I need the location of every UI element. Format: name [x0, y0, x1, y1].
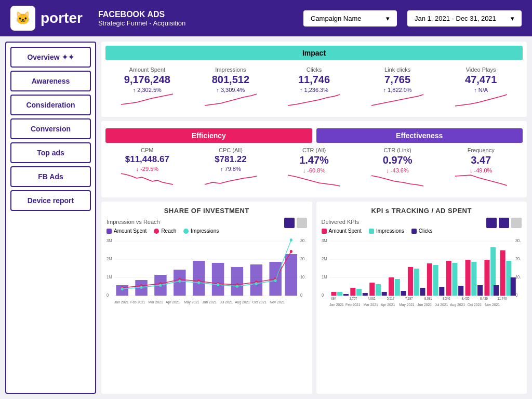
svg-text:Jun 2021: Jun 2021: [202, 299, 217, 304]
svg-text:8,081: 8,081: [424, 296, 432, 300]
chart-ctrl-r3[interactable]: [511, 218, 522, 228]
metric-cpm: CPM $11,448.67 ↓ -29.5%: [105, 145, 189, 191]
svg-rect-84: [343, 294, 348, 296]
chart-left-subtitle: Impression vs Reach: [107, 219, 160, 225]
sidebar-item-fb-ads[interactable]: FB Ads: [10, 166, 91, 187]
sidebar-item-awareness[interactable]: Awareness: [10, 71, 91, 91]
metric-link-clicks: Link clicks 7,765 ↑ 1,822.0%: [356, 64, 440, 111]
sidebar-item-top-ads[interactable]: Top ads: [10, 142, 91, 163]
chart-right-legend: Amount Spent Impressions Clicks: [322, 228, 522, 234]
svg-rect-17: [212, 263, 224, 296]
svg-text:Mar 2021: Mar 2021: [148, 299, 163, 304]
svg-rect-64: [331, 292, 336, 296]
svg-point-40: [274, 279, 277, 282]
efficiency-section: Efficiency Effectiveness CPM $11,448.67 …: [101, 121, 527, 197]
eff-banners: Efficiency Effectiveness: [105, 128, 523, 143]
svg-text:30.: 30.: [300, 237, 305, 243]
svg-text:May 2021: May 2021: [184, 299, 199, 304]
svg-text:Apr 2021: Apr 2021: [380, 302, 394, 307]
svg-rect-92: [494, 285, 499, 296]
svg-text:Jan 2021: Jan 2021: [114, 299, 129, 304]
svg-text:0: 0: [322, 292, 324, 298]
svg-rect-19: [250, 264, 262, 296]
svg-rect-69: [427, 263, 432, 296]
legend-dot-clk: [411, 229, 417, 234]
chart-ctrl-2[interactable]: [297, 218, 307, 228]
logo-text: porter: [41, 10, 83, 26]
svg-rect-74: [337, 292, 342, 296]
metric-video-plays: Video Plays 47,471 ↑ N/A: [439, 64, 523, 111]
metric-ctr-all: CTR (All) 1.47% ↓ -60.8%: [272, 145, 356, 191]
svg-rect-78: [414, 269, 419, 296]
svg-text:1M: 1M: [322, 274, 327, 280]
svg-rect-85: [362, 293, 367, 296]
chart-kpi-tracking: KPI s TRACKING / AD SPENT Delivered KPIs…: [316, 202, 527, 394]
chart-ctrl-r1[interactable]: [486, 218, 497, 228]
sidebar-item-device-report[interactable]: Device report: [10, 190, 91, 211]
svg-text:20.: 20.: [515, 256, 520, 261]
svg-rect-67: [389, 277, 394, 296]
chart-share-investment: SHARE OF INVESTMENT Impression vs Reach …: [101, 202, 312, 394]
chart-left-title: SHARE OF INVESTMENT: [107, 207, 307, 215]
svg-text:Jul 2021: Jul 2021: [434, 302, 447, 307]
sparkline-amount-spent: [108, 93, 187, 109]
svg-point-31: [290, 250, 292, 253]
metric-frequency: Frequency 3.47 ↓ -49.0%: [439, 145, 523, 191]
main-body: Overview ✦✦ Awareness Consideration Conv…: [0, 36, 532, 399]
svg-rect-16: [193, 261, 205, 296]
svg-text:Feb 2021: Feb 2021: [345, 302, 360, 307]
legend-dot-imp: [369, 229, 374, 234]
svg-text:8,435: 8,435: [461, 296, 469, 300]
chart-ctrl-1[interactable]: [284, 218, 295, 228]
svg-rect-71: [465, 260, 470, 296]
svg-text:5,517: 5,517: [387, 296, 394, 300]
legend-dot-spent: [322, 229, 327, 234]
svg-text:684: 684: [331, 296, 336, 300]
sidebar-item-consideration[interactable]: Consideration: [10, 95, 91, 115]
svg-text:2M: 2M: [107, 256, 112, 261]
svg-point-34: [159, 284, 162, 287]
svg-text:Aug 2021: Aug 2021: [235, 299, 250, 304]
svg-point-39: [255, 282, 258, 285]
sidebar-item-overview[interactable]: Overview ✦✦: [10, 47, 91, 68]
svg-text:Aug 2021: Aug 2021: [450, 302, 465, 307]
svg-rect-72: [484, 260, 489, 296]
metric-impressions: Impressions 801,512 ↑ 3,309.4%: [189, 64, 273, 111]
svg-text:20.: 20.: [300, 256, 305, 261]
svg-text:0: 0: [107, 292, 109, 298]
impact-banner: Impact: [105, 46, 523, 60]
svg-text:10.: 10.: [300, 274, 305, 280]
chart-right-subtitle: Delivered KPIs: [322, 219, 360, 225]
svg-text:Apr 2021: Apr 2021: [166, 299, 180, 304]
chart-left-area: 3M 2M 1M 0 30. 20. 10. 0: [107, 236, 307, 389]
chart-ctrl-r2[interactable]: [499, 218, 509, 228]
logo-icon: 🐱: [10, 6, 35, 31]
svg-rect-86: [381, 292, 387, 296]
svg-rect-90: [458, 286, 463, 296]
chart-left-legend: Amount Spent Reach Impressions: [107, 228, 307, 234]
chart-right-title: KPI s TRACKING / AD SPENT: [322, 207, 522, 215]
effectiveness-banner: Effectiveness: [316, 128, 523, 143]
svg-text:Jul 2021: Jul 2021: [220, 299, 233, 304]
svg-rect-65: [350, 288, 355, 296]
svg-rect-21: [285, 254, 297, 296]
svg-text:May 2021: May 2021: [399, 302, 414, 307]
svg-rect-89: [439, 287, 444, 296]
sidebar-item-conversion[interactable]: Conversion: [10, 118, 91, 139]
charts-section: SHARE OF INVESTMENT Impression vs Reach …: [101, 202, 527, 394]
svg-rect-91: [477, 285, 483, 296]
svg-text:10.: 10.: [515, 274, 520, 280]
impact-metrics-row: Amount Spent 9,176,248 ↑ 2,302.5% Impres…: [105, 64, 523, 111]
svg-rect-75: [356, 289, 362, 296]
svg-rect-76: [375, 284, 380, 296]
svg-rect-70: [446, 261, 451, 296]
svg-text:8,346: 8,346: [442, 296, 450, 300]
content: Impact Amount Spent 9,176,248 ↑ 2,302.5%…: [101, 36, 532, 399]
campaign-dropdown[interactable]: Campaign Name ▾: [303, 10, 397, 26]
date-dropdown[interactable]: Jan 1, 2021 - Dec 31, 2021 ▾: [407, 10, 522, 26]
svg-point-32: [121, 287, 124, 290]
efficiency-metrics-row: CPM $11,448.67 ↓ -29.5% CPC (All) $781.2…: [105, 145, 523, 191]
svg-text:2,757: 2,757: [349, 296, 357, 300]
svg-text:Nov 2021: Nov 2021: [270, 299, 285, 304]
legend-dot-impressions: [183, 229, 189, 234]
